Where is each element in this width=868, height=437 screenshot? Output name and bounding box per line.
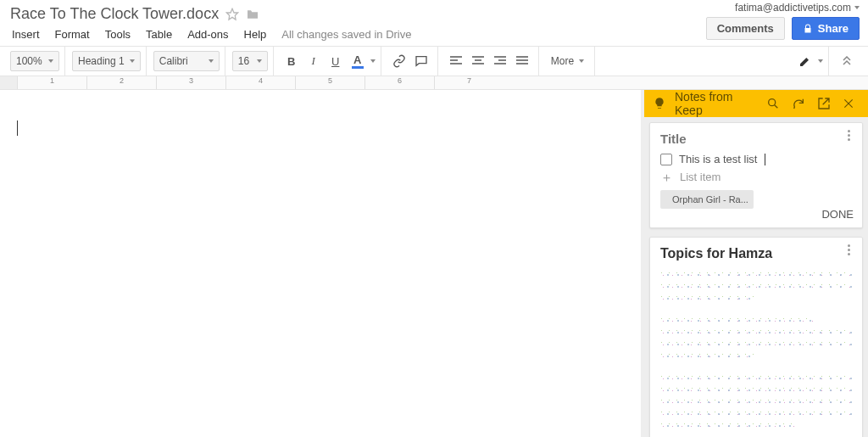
checkbox-icon[interactable] [660,154,672,165]
note-body-line [660,292,756,300]
document-title[interactable]: Race To The Clock Tower.docx [10,5,219,23]
svg-point-13 [769,99,776,106]
note-more-icon[interactable] [842,244,855,255]
svg-line-14 [775,105,778,109]
menu-insert[interactable]: Insert [12,28,40,41]
share-label: Share [818,22,849,35]
chevron-down-icon [579,59,584,63]
account-area: fatima@addictivetips.com Comments Share [706,2,860,40]
menu-tools[interactable]: Tools [105,28,131,41]
comments-button[interactable]: Comments [706,17,785,40]
share-button[interactable]: Share [792,17,860,40]
insert-link-button[interactable] [389,51,409,71]
chevron-down-icon [257,59,262,63]
chevron-down-icon [48,59,53,63]
refresh-icon[interactable] [792,97,809,110]
ruler-tick: 5 [295,76,364,89]
text-color-button[interactable]: A [348,51,368,71]
menu-table[interactable]: Table [146,28,172,41]
account-email-text: fatima@addictivetips.com [735,2,851,14]
paragraph-style-select[interactable]: Heading 1 [72,51,141,71]
save-status: All changes saved in Drive [281,28,411,41]
more-toolbar-button[interactable]: More [546,51,589,71]
chevron-down-icon [130,59,135,63]
plus-icon: ＋ [660,171,673,183]
checklist-text[interactable]: This is a test list [679,153,757,165]
note-title-input[interactable]: Title [660,132,852,146]
font-size-select[interactable]: 16 [232,51,268,71]
keep-panel-title: Notes from Keep [675,90,758,117]
font-size-value: 16 [238,55,249,67]
search-icon[interactable] [766,97,783,110]
star-icon[interactable] [225,8,239,21]
more-label: More [551,55,574,67]
ruler-tick: 1 [17,76,86,89]
lightbulb-icon [653,97,666,110]
account-email[interactable]: fatima@addictivetips.com [735,2,860,14]
note-body-line [660,314,814,322]
note-body-line [660,395,852,404]
note-title: Topics for Hamza [660,246,852,261]
bold-button[interactable]: B [281,51,302,71]
keep-note-editing[interactable]: Title This is a test list ＋ List item Or… [649,122,863,228]
align-right-button[interactable] [490,51,510,71]
menu-addons[interactable]: Add-ons [187,28,228,41]
ruler-tick: 6 [364,76,434,89]
zoom-value: 100% [16,55,42,67]
collapse-toolbar-button[interactable] [837,51,857,71]
chevron-down-icon[interactable] [370,59,376,63]
linked-document-chip[interactable]: Orphan Girl - Ra... [660,190,754,209]
zoom-select[interactable]: 100% [10,51,59,71]
menu-format[interactable]: Format [55,28,90,41]
menu-help[interactable]: Help [244,28,267,41]
formatting-toolbar: 100% Heading 1 Calibri 16 B I U A [0,46,868,76]
italic-button[interactable]: I [303,51,324,71]
note-body-line [660,326,852,334]
insert-comment-button[interactable] [411,51,431,71]
document-header: Race To The Clock Tower.docx Insert Form… [0,0,868,46]
document-canvas[interactable] [0,90,641,437]
paragraph-style-value: Heading 1 [78,55,125,67]
horizontal-ruler[interactable]: 1 2 3 4 5 6 7 [0,76,868,90]
note-body-line [660,407,852,416]
align-center-button[interactable] [468,51,488,71]
ruler-tick: 3 [156,76,225,89]
font-value: Calibri [159,55,188,67]
add-item-placeholder: List item [680,171,721,183]
lock-icon [803,24,813,34]
note-body-line [660,350,756,358]
chip-label: Orphan Girl - Ra... [672,194,748,204]
note-more-icon[interactable] [842,130,855,141]
chevron-down-icon [209,59,214,63]
chevron-down-icon[interactable] [818,59,823,63]
underline-button[interactable]: U [326,51,346,71]
folder-icon[interactable] [246,8,259,21]
ruler-tick: 4 [225,76,295,89]
note-body-line [660,419,794,428]
font-select[interactable]: Calibri [153,51,220,71]
keep-sidebar: Notes from Keep Title This is a test lis… [644,90,868,437]
done-button[interactable]: DONE [821,208,854,221]
text-cursor [17,120,18,136]
keep-note[interactable]: Topics for Hamza [649,237,863,437]
text-cursor [765,154,765,165]
note-body-line [660,338,852,346]
note-body-line [660,384,852,392]
align-justify-button[interactable] [512,51,532,71]
close-icon[interactable] [843,98,860,109]
note-body-line [660,372,852,380]
ruler-tick: 2 [86,76,156,89]
checklist-item[interactable]: This is a test list [660,153,852,165]
keep-panel-header: Notes from Keep [644,90,868,117]
svg-marker-0 [226,8,237,20]
align-left-button[interactable] [446,51,466,71]
note-body-line [660,268,852,277]
add-list-item[interactable]: ＋ List item [660,171,852,183]
edit-mode-button[interactable] [795,51,815,71]
note-body-line [660,280,852,289]
chevron-down-icon [854,6,860,9]
open-in-new-icon[interactable] [817,97,834,110]
ruler-tick: 7 [434,76,504,89]
